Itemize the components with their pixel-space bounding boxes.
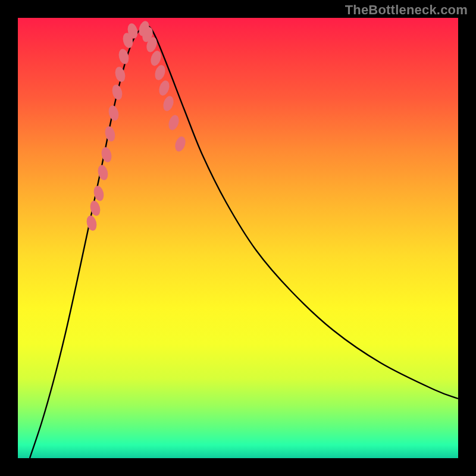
curve-bead — [107, 104, 120, 121]
curve-bead — [161, 95, 175, 112]
curve-bead — [100, 146, 113, 163]
bead-group-left — [85, 22, 139, 231]
curve-bead — [104, 125, 117, 142]
bead-group-right — [137, 20, 187, 153]
curve-bead — [149, 49, 162, 67]
curve-bead — [111, 83, 124, 101]
watermark-label: TheBottleneck.com — [345, 2, 468, 18]
curve-bead — [167, 114, 180, 131]
curve-bead — [153, 64, 167, 82]
curve-bead — [173, 135, 187, 153]
bottleneck-curve-svg — [18, 18, 458, 458]
curve-bead — [85, 214, 98, 231]
bottleneck-curve-path — [30, 25, 458, 458]
curve-bead — [157, 79, 171, 97]
curve-bead — [114, 65, 127, 83]
chart-frame: TheBottleneck.com — [0, 0, 476, 476]
